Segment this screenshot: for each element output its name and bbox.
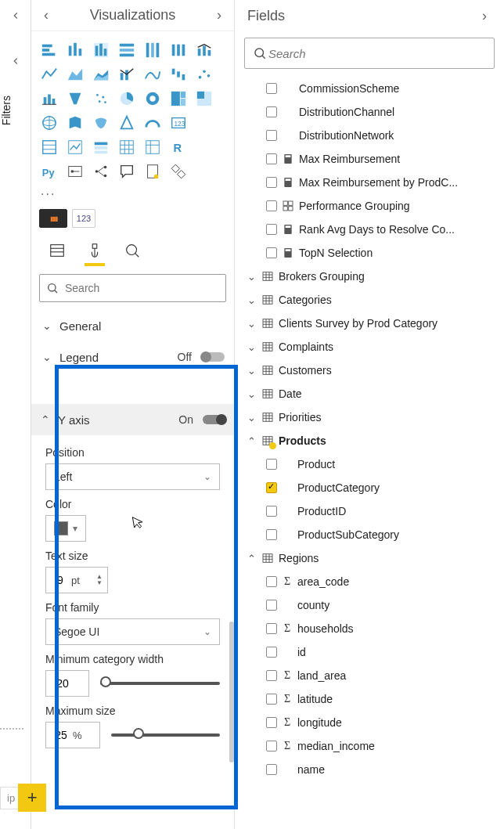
field-item[interactable]: name [239, 758, 499, 781]
table-row[interactable]: ⌄ Customers [239, 359, 499, 382]
checkbox[interactable] [266, 482, 277, 493]
textsize-input[interactable] [51, 573, 70, 587]
python-visual-icon[interactable]: Py [38, 160, 61, 182]
hundred-bar-icon[interactable] [115, 39, 139, 61]
maxsize-input-box[interactable]: % [45, 722, 100, 748]
checkbox[interactable] [266, 694, 277, 705]
clustered-bar-icon[interactable] [63, 39, 87, 61]
checkbox[interactable] [266, 247, 277, 258]
checkbox[interactable] [266, 670, 277, 681]
map-icon[interactable] [193, 88, 216, 110]
checkbox[interactable] [266, 200, 277, 211]
checkbox[interactable] [266, 153, 277, 164]
combo-chart-icon[interactable] [115, 63, 139, 85]
field-item[interactable]: county [239, 593, 499, 617]
table-icon[interactable] [115, 136, 139, 158]
azure-map-icon[interactable] [115, 112, 139, 134]
checkbox[interactable] [266, 623, 277, 634]
maxsize-input[interactable] [51, 728, 71, 742]
gauge-icon[interactable] [141, 112, 164, 134]
field-item[interactable]: TopN Selection [239, 241, 499, 265]
table-row[interactable]: ⌃ Regions [239, 546, 499, 570]
format-search[interactable] [39, 274, 226, 302]
ribbon-chart-icon[interactable] [141, 63, 164, 85]
position-dropdown[interactable]: Left ⌄ [45, 463, 220, 490]
stacked-area-icon[interactable] [89, 63, 113, 85]
yaxis-toggle[interactable] [203, 415, 226, 424]
funnel2-icon[interactable] [63, 88, 87, 110]
checkbox[interactable] [266, 647, 277, 658]
field-item[interactable]: ProductCategory [239, 476, 499, 499]
table-row[interactable]: ⌄ Priorities [239, 405, 499, 429]
analytics-tab-icon[interactable] [122, 239, 142, 266]
field-item[interactable]: DistributionNetwork [239, 124, 499, 147]
field-item[interactable]: ProductSubCategory [239, 523, 499, 546]
paginated-icon[interactable] [141, 160, 164, 182]
field-item[interactable]: Product [239, 452, 499, 476]
table-row[interactable]: ⌃ Products [239, 429, 499, 452]
line-chart-icon[interactable] [38, 63, 61, 85]
section-legend[interactable]: ⌄ Legend Off [39, 341, 226, 373]
filters-collapsed-rail[interactable]: Filters [0, 0, 31, 829]
table-row[interactable]: ⌄ Categories [239, 288, 499, 312]
scatter-icon[interactable] [193, 63, 216, 85]
treemap-icon[interactable] [167, 88, 190, 110]
filled-map-icon[interactable] [63, 112, 87, 134]
checkbox[interactable] [266, 83, 277, 94]
chevron-left-icon[interactable] [0, 50, 31, 72]
ribbon-icon[interactable] [167, 39, 190, 61]
field-item[interactable]: Σ latitude [239, 687, 499, 711]
checkbox[interactable] [266, 717, 277, 728]
checkbox[interactable] [266, 106, 277, 117]
table-row[interactable]: ⌄ Date [239, 382, 499, 405]
field-item[interactable]: Σ area_code [239, 570, 499, 593]
checkbox[interactable] [266, 600, 277, 611]
line-column-icon[interactable] [193, 39, 216, 61]
field-item[interactable]: Max Reimbursement by ProdC... [239, 171, 499, 194]
get-visuals-icon[interactable] [167, 160, 190, 182]
field-item[interactable]: Σ households [239, 617, 499, 640]
card-icon[interactable]: 123 [167, 112, 190, 134]
checkbox[interactable] [266, 177, 277, 188]
mincat-input-box[interactable] [45, 670, 89, 697]
chevron-left-icon[interactable] [0, 5, 31, 27]
section-yaxis[interactable]: ⌃ Y axis On [31, 404, 234, 435]
multi-card-icon[interactable] [38, 136, 61, 158]
checkbox[interactable] [266, 459, 277, 470]
shape-map-icon[interactable] [89, 112, 113, 134]
checkbox[interactable] [266, 506, 277, 517]
chevron-right-icon[interactable]: › [477, 5, 491, 27]
scrollbar[interactable] [229, 622, 234, 762]
checkbox[interactable] [266, 741, 277, 752]
checkbox[interactable] [266, 764, 277, 775]
format-tab-icon[interactable] [85, 239, 105, 266]
table-row[interactable]: ⌄ Complaints [239, 335, 499, 359]
field-item[interactable]: id [239, 640, 499, 664]
checkbox[interactable] [266, 529, 277, 540]
field-item[interactable]: Rank Avg Days to Resolve Co... [239, 218, 499, 241]
maxsize-slider[interactable] [111, 733, 220, 737]
area-chart-icon[interactable] [63, 63, 87, 85]
qa-visual-icon[interactable] [115, 160, 139, 182]
field-item[interactable]: Max Reimbursement [239, 147, 499, 171]
spinner-arrows[interactable]: ▲▼ [96, 574, 103, 586]
checkbox[interactable] [266, 130, 277, 141]
chevron-right-icon[interactable]: › [212, 4, 226, 27]
mincat-slider[interactable] [100, 682, 220, 685]
pie-icon[interactable] [115, 88, 139, 110]
globe-icon[interactable] [38, 112, 61, 134]
decomposition-icon[interactable] [89, 160, 113, 182]
slicer-icon[interactable] [89, 136, 113, 158]
fields-search[interactable] [244, 38, 495, 69]
section-general[interactable]: ⌄ General [39, 310, 226, 341]
field-item[interactable]: Σ land_area [239, 664, 499, 687]
legend-toggle[interactable] [201, 352, 225, 362]
format-search-input[interactable] [63, 281, 219, 295]
stacked-bar-icon[interactable] [38, 39, 61, 61]
fields-tab-icon[interactable] [47, 239, 67, 266]
kpi-icon[interactable] [63, 136, 87, 158]
color-dropdown[interactable]: ▾ [45, 515, 86, 542]
new-page-button[interactable]: ip + [0, 784, 46, 812]
checkbox[interactable] [266, 576, 277, 587]
drill-well[interactable]: 123 [72, 209, 95, 228]
